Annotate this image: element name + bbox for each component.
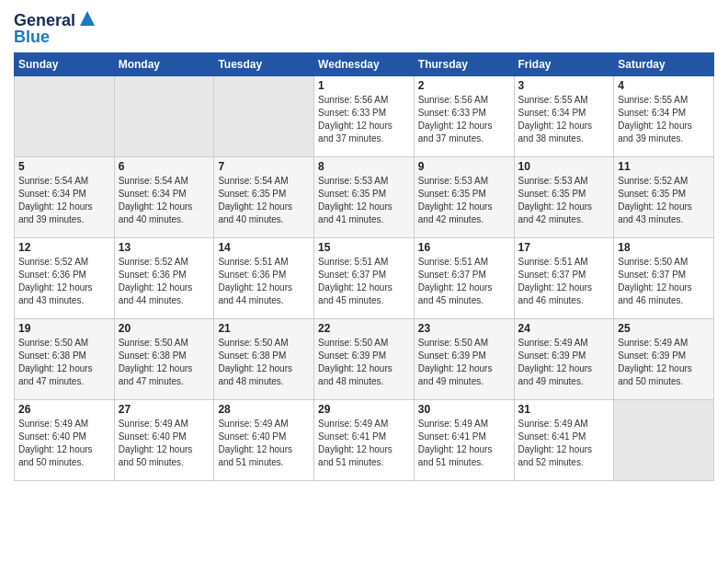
day-number: 2: [418, 79, 510, 92]
day-number: 26: [18, 403, 110, 416]
day-number: 9: [418, 160, 510, 173]
calendar-cell: [214, 76, 314, 157]
logo-icon: [78, 9, 97, 28]
calendar-week-1: 1Sunrise: 5:56 AM Sunset: 6:33 PM Daylig…: [15, 76, 714, 157]
day-info: Sunrise: 5:54 AM Sunset: 6:35 PM Dayligh…: [218, 175, 310, 226]
day-number: 21: [218, 322, 310, 335]
day-number: 12: [18, 241, 110, 254]
header-day-wednesday: Wednesday: [314, 53, 415, 76]
day-number: 5: [18, 160, 110, 173]
day-number: 17: [518, 241, 610, 254]
calendar-cell: 29Sunrise: 5:49 AM Sunset: 6:41 PM Dayli…: [314, 400, 415, 481]
day-info: Sunrise: 5:49 AM Sunset: 6:41 PM Dayligh…: [418, 418, 510, 469]
day-number: 23: [418, 322, 510, 335]
day-info: Sunrise: 5:49 AM Sunset: 6:41 PM Dayligh…: [518, 418, 610, 469]
day-info: Sunrise: 5:55 AM Sunset: 6:34 PM Dayligh…: [518, 94, 610, 145]
day-number: 16: [418, 241, 510, 254]
day-number: 24: [518, 322, 610, 335]
day-number: 10: [518, 160, 610, 173]
calendar-table: SundayMondayTuesdayWednesdayThursdayFrid…: [14, 52, 714, 481]
day-info: Sunrise: 5:49 AM Sunset: 6:39 PM Dayligh…: [618, 337, 710, 388]
day-number: 27: [119, 403, 210, 416]
calendar-cell: 18Sunrise: 5:50 AM Sunset: 6:37 PM Dayli…: [614, 238, 714, 319]
day-info: Sunrise: 5:50 AM Sunset: 6:38 PM Dayligh…: [119, 337, 210, 388]
calendar-cell: 1Sunrise: 5:56 AM Sunset: 6:33 PM Daylig…: [314, 76, 415, 157]
calendar-cell: 16Sunrise: 5:51 AM Sunset: 6:37 PM Dayli…: [414, 238, 514, 319]
calendar-cell: 11Sunrise: 5:52 AM Sunset: 6:35 PM Dayli…: [614, 157, 714, 238]
day-info: Sunrise: 5:50 AM Sunset: 6:39 PM Dayligh…: [318, 337, 410, 388]
logo: General Blue: [14, 9, 97, 47]
svg-marker-0: [80, 11, 95, 26]
header-day-friday: Friday: [514, 53, 614, 76]
day-info: Sunrise: 5:49 AM Sunset: 6:40 PM Dayligh…: [18, 418, 110, 469]
day-info: Sunrise: 5:50 AM Sunset: 6:38 PM Dayligh…: [18, 337, 110, 388]
day-info: Sunrise: 5:52 AM Sunset: 6:35 PM Dayligh…: [618, 175, 710, 226]
day-number: 11: [618, 160, 710, 173]
calendar-cell: 20Sunrise: 5:50 AM Sunset: 6:38 PM Dayli…: [114, 319, 214, 400]
day-info: Sunrise: 5:52 AM Sunset: 6:36 PM Dayligh…: [119, 256, 210, 307]
calendar-cell: 25Sunrise: 5:49 AM Sunset: 6:39 PM Dayli…: [614, 319, 714, 400]
calendar-cell: 3Sunrise: 5:55 AM Sunset: 6:34 PM Daylig…: [514, 76, 614, 157]
day-number: 1: [318, 79, 410, 92]
day-info: Sunrise: 5:49 AM Sunset: 6:40 PM Dayligh…: [119, 418, 210, 469]
calendar-cell: [614, 400, 714, 481]
day-info: Sunrise: 5:49 AM Sunset: 6:40 PM Dayligh…: [218, 418, 310, 469]
calendar-cell: 19Sunrise: 5:50 AM Sunset: 6:38 PM Dayli…: [15, 319, 115, 400]
calendar-cell: 10Sunrise: 5:53 AM Sunset: 6:35 PM Dayli…: [514, 157, 614, 238]
calendar-cell: 13Sunrise: 5:52 AM Sunset: 6:36 PM Dayli…: [114, 238, 214, 319]
day-info: Sunrise: 5:50 AM Sunset: 6:38 PM Dayligh…: [218, 337, 310, 388]
calendar-cell: 15Sunrise: 5:51 AM Sunset: 6:37 PM Dayli…: [314, 238, 415, 319]
calendar-cell: 27Sunrise: 5:49 AM Sunset: 6:40 PM Dayli…: [114, 400, 214, 481]
day-number: 28: [218, 403, 310, 416]
calendar-cell: [114, 76, 214, 157]
day-number: 14: [218, 241, 310, 254]
day-info: Sunrise: 5:53 AM Sunset: 6:35 PM Dayligh…: [318, 175, 410, 226]
calendar-cell: 9Sunrise: 5:53 AM Sunset: 6:35 PM Daylig…: [414, 157, 514, 238]
day-info: Sunrise: 5:50 AM Sunset: 6:39 PM Dayligh…: [418, 337, 510, 388]
calendar-cell: 14Sunrise: 5:51 AM Sunset: 6:36 PM Dayli…: [214, 238, 314, 319]
day-info: Sunrise: 5:53 AM Sunset: 6:35 PM Dayligh…: [418, 175, 510, 226]
day-number: 30: [418, 403, 510, 416]
calendar-cell: 6Sunrise: 5:54 AM Sunset: 6:34 PM Daylig…: [114, 157, 214, 238]
calendar-cell: 17Sunrise: 5:51 AM Sunset: 6:37 PM Dayli…: [514, 238, 614, 319]
day-number: 18: [618, 241, 710, 254]
header-day-saturday: Saturday: [614, 53, 714, 76]
calendar-cell: 4Sunrise: 5:55 AM Sunset: 6:34 PM Daylig…: [614, 76, 714, 157]
day-info: Sunrise: 5:56 AM Sunset: 6:33 PM Dayligh…: [318, 94, 410, 145]
day-number: 20: [119, 322, 210, 335]
calendar-cell: 23Sunrise: 5:50 AM Sunset: 6:39 PM Dayli…: [414, 319, 514, 400]
day-info: Sunrise: 5:51 AM Sunset: 6:37 PM Dayligh…: [418, 256, 510, 307]
calendar-cell: 8Sunrise: 5:53 AM Sunset: 6:35 PM Daylig…: [314, 157, 415, 238]
calendar-cell: 12Sunrise: 5:52 AM Sunset: 6:36 PM Dayli…: [15, 238, 115, 319]
header-day-monday: Monday: [114, 53, 214, 76]
day-info: Sunrise: 5:50 AM Sunset: 6:37 PM Dayligh…: [618, 256, 710, 307]
calendar-cell: 30Sunrise: 5:49 AM Sunset: 6:41 PM Dayli…: [414, 400, 514, 481]
calendar-cell: 7Sunrise: 5:54 AM Sunset: 6:35 PM Daylig…: [214, 157, 314, 238]
calendar-cell: [15, 76, 115, 157]
day-number: 6: [119, 160, 210, 173]
day-number: 3: [518, 79, 610, 92]
day-info: Sunrise: 5:52 AM Sunset: 6:36 PM Dayligh…: [18, 256, 110, 307]
day-number: 22: [318, 322, 410, 335]
day-info: Sunrise: 5:56 AM Sunset: 6:33 PM Dayligh…: [418, 94, 510, 145]
day-info: Sunrise: 5:51 AM Sunset: 6:37 PM Dayligh…: [318, 256, 410, 307]
day-info: Sunrise: 5:51 AM Sunset: 6:37 PM Dayligh…: [518, 256, 610, 307]
header-day-thursday: Thursday: [414, 53, 514, 76]
header-day-sunday: Sunday: [15, 53, 115, 76]
calendar-week-4: 19Sunrise: 5:50 AM Sunset: 6:38 PM Dayli…: [15, 319, 714, 400]
calendar-header-row: SundayMondayTuesdayWednesdayThursdayFrid…: [15, 53, 714, 76]
day-info: Sunrise: 5:54 AM Sunset: 6:34 PM Dayligh…: [18, 175, 110, 226]
day-number: 15: [318, 241, 410, 254]
page-container: General Blue SundayMondayTuesdayWednesda…: [0, 0, 728, 490]
day-info: Sunrise: 5:49 AM Sunset: 6:39 PM Dayligh…: [518, 337, 610, 388]
calendar-week-2: 5Sunrise: 5:54 AM Sunset: 6:34 PM Daylig…: [15, 157, 714, 238]
day-number: 19: [18, 322, 110, 335]
calendar-cell: 31Sunrise: 5:49 AM Sunset: 6:41 PM Dayli…: [514, 400, 614, 481]
day-info: Sunrise: 5:53 AM Sunset: 6:35 PM Dayligh…: [518, 175, 610, 226]
header-day-tuesday: Tuesday: [214, 53, 314, 76]
day-number: 31: [518, 403, 610, 416]
day-number: 25: [618, 322, 710, 335]
day-info: Sunrise: 5:55 AM Sunset: 6:34 PM Dayligh…: [618, 94, 710, 145]
day-number: 8: [318, 160, 410, 173]
day-info: Sunrise: 5:54 AM Sunset: 6:34 PM Dayligh…: [119, 175, 210, 226]
